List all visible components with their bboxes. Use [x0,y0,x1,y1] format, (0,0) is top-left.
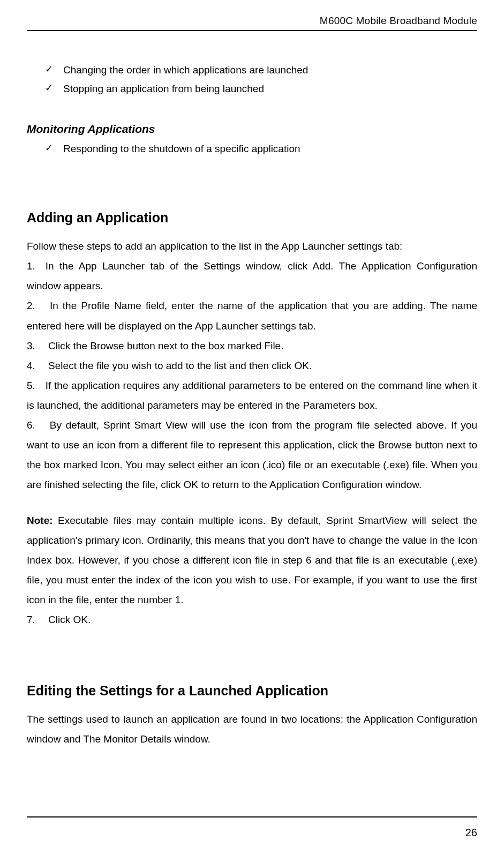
check-item-text: Responding to the shutdown of a specific… [63,143,300,154]
page-header: M600C Mobile Broadband Module [27,15,477,31]
step-7: 7. Click OK. [27,610,477,629]
adding-steps: 1. In the App Launcher tab of the Settin… [27,256,477,494]
monitoring-check-list: ✓ Responding to the shutdown of a specif… [27,141,477,156]
note-body: Executable files may contain multiple ic… [27,515,477,605]
check-item: ✓ Responding to the shutdown of a specif… [27,141,477,156]
page-number: 26 [465,827,477,839]
editing-body: The settings used to launch an applicati… [27,709,477,749]
step-5: 5. If the application requires any addit… [27,376,477,415]
check-icon: ✓ [45,141,53,156]
check-item: ✓ Changing the order in which applicatio… [27,62,477,78]
step-1: 1. In the App Launcher tab of the Settin… [27,256,477,296]
monitoring-heading: Monitoring Applications [27,123,477,136]
note-block: Note: Executable files may contain multi… [27,511,477,629]
step-2: 2. In the Profile Name field, enter the … [27,296,477,335]
footer-rule [27,816,477,818]
adding-intro: Follow these steps to add an application… [27,236,477,256]
check-icon: ✓ [45,62,53,77]
check-item-text: Stopping an application from being launc… [63,83,264,94]
adding-heading: Adding an Application [27,210,477,226]
top-check-list: ✓ Changing the order in which applicatio… [27,62,477,97]
check-icon: ✓ [45,81,53,96]
editing-heading: Editing the Settings for a Launched Appl… [27,683,477,699]
step-6: 6. By default, Sprint Smart View will us… [27,415,477,494]
note-label: Note: [27,515,53,526]
step-4: 4. Select the file you wish to add to th… [27,356,477,376]
check-item: ✓ Stopping an application from being lau… [27,81,477,96]
check-item-text: Changing the order in which applications… [63,64,308,76]
step-3: 3. Click the Browse button next to the b… [27,336,477,356]
